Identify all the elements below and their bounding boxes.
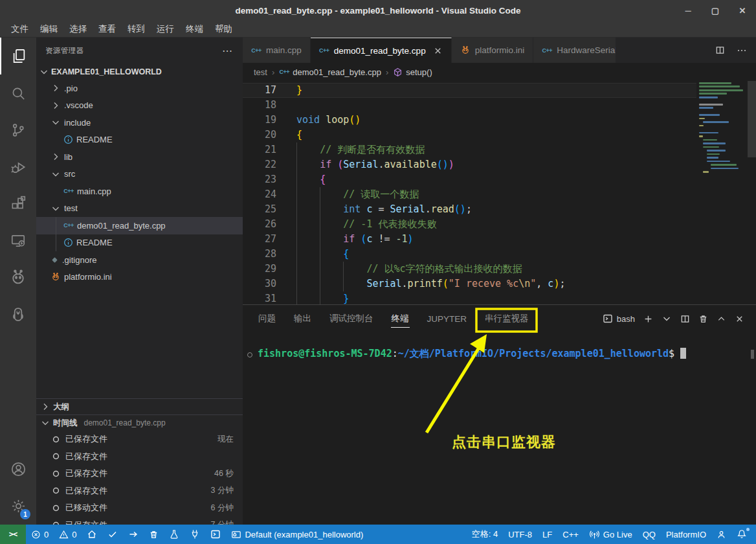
status-pio-clean[interactable]	[144, 525, 164, 544]
status-pio-env[interactable]: Default (example01_helloworld)	[226, 525, 368, 544]
new-terminal-icon[interactable]	[643, 314, 653, 324]
menu-item-编辑[interactable]: 编辑	[34, 23, 63, 35]
tab-platformio-ini[interactable]: platformio.ini	[452, 38, 534, 63]
more-actions-icon[interactable]	[737, 45, 747, 56]
status-pio-upload[interactable]	[123, 525, 144, 544]
kill-terminal-icon[interactable]	[698, 314, 708, 324]
status-qq[interactable]: QQ	[638, 525, 661, 544]
status-pio-test[interactable]	[164, 525, 184, 544]
check-icon	[107, 529, 118, 539]
minimap[interactable]	[699, 82, 746, 175]
code-editor[interactable]: 17}1819void loop()20{21 // 判断是否有有效数据22 i…	[243, 81, 756, 304]
status-pio-build[interactable]	[102, 525, 123, 544]
tree-item-vscode[interactable]: .vscode	[36, 97, 243, 115]
menu-item-运行[interactable]: 运行	[151, 23, 180, 35]
tab-hardwareserial[interactable]: C++HardwareSerial.	[533, 38, 616, 63]
sidebar-bottom-sections: 大纲 时间线 demo01_read_byte.cpp 已保存文件现在已保存文件…	[36, 398, 243, 525]
timeline-item-label: 已保存文件	[65, 485, 107, 497]
status-eol[interactable]: LF	[537, 525, 557, 544]
activity-platformio[interactable]	[0, 259, 36, 296]
panel-tab-串行监视器[interactable]: 串行监视器	[484, 310, 529, 327]
tree-root-folder[interactable]: EXAMPLE01_HELLOWORLD	[36, 63, 243, 80]
menu-item-转到[interactable]: 转到	[122, 23, 151, 35]
tree-item-gitignore[interactable]: .gitignore	[36, 251, 243, 269]
token: {	[320, 174, 326, 185]
status-indentation[interactable]: 空格: 4	[467, 525, 503, 544]
close-panel-icon[interactable]	[735, 314, 744, 324]
status-errors[interactable]: 0	[26, 525, 54, 544]
status-encoding[interactable]: UTF-8	[503, 525, 537, 544]
status-pio-home[interactable]	[82, 525, 102, 544]
timeline-item[interactable]: 已保存文件现在	[36, 431, 243, 448]
activity-extensions[interactable]	[0, 185, 36, 222]
tree-item-platformio-ini[interactable]: platformio.ini	[36, 269, 243, 286]
activity-search[interactable]	[0, 74, 36, 111]
status-pio-serial-monitor[interactable]	[184, 525, 205, 544]
breadcrumb-setup[interactable]: setup()	[393, 67, 432, 77]
indent-guide	[296, 217, 297, 232]
status-pio-terminal[interactable]	[205, 525, 226, 544]
tree-item-readme[interactable]: README	[36, 234, 243, 252]
panel-tab-问题[interactable]: 问题	[258, 310, 276, 327]
breadcrumb-test[interactable]: test	[254, 67, 267, 77]
menu-item-终端[interactable]: 终端	[180, 23, 209, 35]
menu-item-帮助[interactable]: 帮助	[209, 23, 238, 35]
close-icon[interactable]	[433, 46, 443, 56]
activity-settings[interactable]: 1	[0, 488, 36, 525]
status-warnings[interactable]: 0	[54, 525, 82, 544]
timeline-item[interactable]: 已保存文件46 秒	[36, 465, 243, 482]
maximize-button[interactable]: ▢	[702, 0, 729, 21]
status-go-live[interactable]: Go Live	[584, 525, 638, 544]
minimize-button[interactable]: ─	[674, 0, 702, 21]
status-feedback[interactable]	[711, 525, 731, 544]
timeline-item[interactable]: 已保存文件3 分钟	[36, 482, 243, 500]
tab-main-cpp[interactable]: C++main.cpp	[243, 38, 311, 63]
outline-section-header[interactable]: 大纲	[36, 398, 243, 414]
status-notifications[interactable]	[731, 525, 752, 544]
tree-item-include[interactable]: include	[36, 114, 243, 131]
panel-tab-jupyter[interactable]: JUPYTER	[427, 312, 468, 326]
tree-item-pio[interactable]: .pio	[36, 80, 243, 97]
timeline-item[interactable]: 已移动文件6 分钟	[36, 499, 243, 517]
remote-explorer-icon	[10, 232, 27, 249]
status-language[interactable]: C++	[557, 525, 584, 544]
terminal-output[interactable]: fishros@fishros-MS-7D42:~/文档/PlatformIO/…	[243, 332, 756, 360]
split-editor-icon[interactable]	[715, 45, 725, 55]
terminal-dropdown-icon[interactable]	[662, 313, 672, 324]
menu-item-选择[interactable]: 选择	[63, 23, 93, 35]
activity-explorer[interactable]	[0, 38, 36, 74]
menu-item-文件[interactable]: 文件	[5, 23, 34, 35]
tree-item-lib[interactable]: lib	[36, 148, 243, 166]
panel-tab-终端[interactable]: 终端	[391, 310, 410, 328]
shell-selector[interactable]: bash	[603, 313, 635, 324]
panel-tab-输出[interactable]: 输出	[293, 310, 312, 327]
token: loop	[326, 114, 349, 126]
activity-penguin[interactable]	[0, 296, 36, 333]
tab-demo01-read-byte-cpp[interactable]: C++demo01_read_byte.cpp	[311, 38, 452, 63]
status-remote[interactable]: ><	[0, 525, 26, 544]
timeline-item[interactable]: 已保存文件	[36, 448, 243, 466]
timeline-item[interactable]: 已保存文件7 分钟	[36, 517, 243, 525]
tree-item-test[interactable]: test	[36, 200, 243, 218]
activity-source-control[interactable]	[0, 111, 36, 148]
more-actions-icon[interactable]: ⋯	[222, 45, 234, 57]
split-terminal-icon[interactable]	[680, 314, 690, 324]
tree-item-main-cpp[interactable]: C++main.cpp	[36, 183, 243, 200]
status-platformio[interactable]: PlatformIO	[661, 525, 711, 544]
terminal-scrollbar[interactable]	[751, 350, 754, 359]
token: (	[337, 159, 343, 170]
maximize-panel-icon[interactable]	[717, 314, 726, 324]
activity-remote-explorer[interactable]	[0, 222, 36, 259]
panel-tab-调试控制台[interactable]: 调试控制台	[329, 310, 374, 327]
tree-item-readme[interactable]: README	[36, 131, 243, 149]
tree-item-src[interactable]: src	[36, 166, 243, 183]
editor-scrollbar[interactable]	[748, 81, 756, 157]
menu-item-查看[interactable]: 查看	[93, 23, 122, 35]
minimap-line	[703, 121, 729, 123]
activity-account[interactable]	[0, 451, 36, 488]
breadcrumb-demo01-read-byte-cpp[interactable]: C++demo01_read_byte.cpp	[279, 67, 381, 77]
activity-run-debug[interactable]	[0, 148, 36, 185]
close-button[interactable]: ✕	[729, 0, 756, 21]
timeline-section-header[interactable]: 时间线 demo01_read_byte.cpp	[36, 414, 243, 431]
tree-item-demo01-read-byte-cpp[interactable]: C++demo01_read_byte.cpp	[36, 217, 243, 234]
